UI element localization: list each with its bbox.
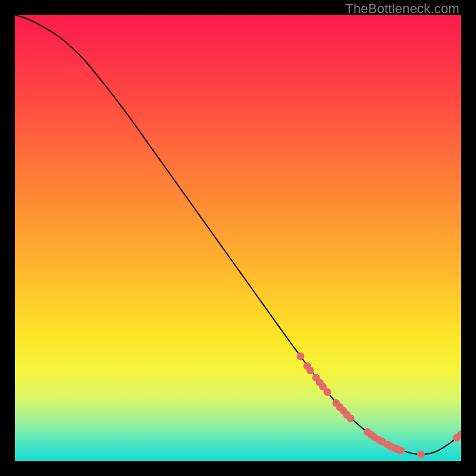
data-markers (297, 352, 462, 458)
data-point (306, 367, 314, 374)
data-point (324, 388, 331, 396)
data-point (297, 352, 305, 360)
bottleneck-curve (15, 15, 461, 455)
chart-area (15, 15, 461, 461)
data-point (417, 450, 425, 458)
data-point (347, 415, 355, 422)
data-point (397, 447, 405, 455)
chart-svg (15, 15, 461, 461)
